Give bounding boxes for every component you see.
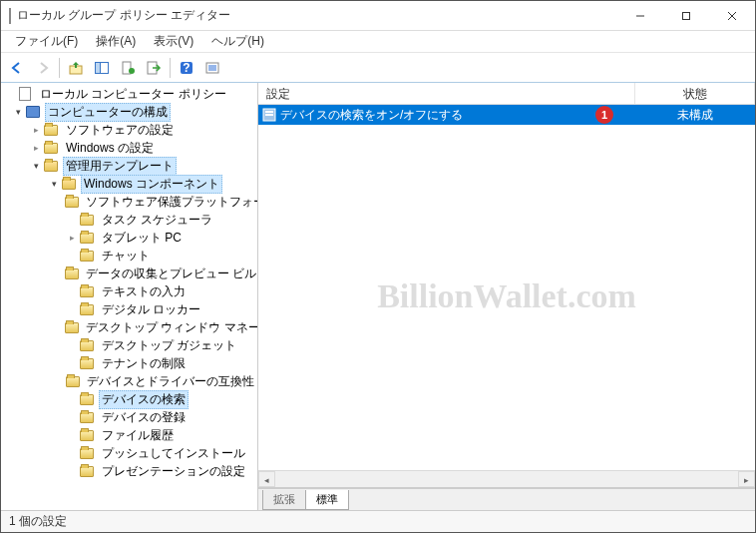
properties-button[interactable] [116,56,140,80]
up-level-button[interactable] [64,56,88,80]
tree-item-label[interactable]: チャット [99,248,153,265]
folder-icon [79,301,95,317]
details-pane: 設定 状態 デバイスの検索をオン/オフにする 1 未構成 ◂ ▸ [258,83,755,510]
maximize-button[interactable] [663,1,709,31]
toolbar: ? [1,53,755,83]
tree-item-label[interactable]: デジタル ロッカー [99,301,203,318]
nav-back-button[interactable] [5,56,29,80]
list-header: 設定 状態 [258,83,755,105]
status-bar: 1 個の設定 [1,510,755,532]
tree-item[interactable]: プレゼンテーションの設定 [3,462,257,480]
minimize-button[interactable] [617,1,663,31]
tree-scroll[interactable]: ローカル コンピューター ポリシー コンピューターの構成 ソフトウェアの設定 W… [1,83,257,510]
folder-icon [79,248,95,264]
folder-icon [79,463,95,479]
tree-item-label[interactable]: テキストの入力 [99,283,189,300]
menu-action[interactable]: 操作(A) [88,31,144,52]
tree-item-label[interactable]: デスクトップ ウィンドウ マネージ [83,319,257,336]
tree-item[interactable]: デスクトップ ガジェット [3,336,257,354]
column-header-setting[interactable]: 設定 [258,83,635,104]
tree-item-label[interactable]: タブレット PC [99,230,185,247]
folder-icon [65,266,79,281]
tab-extended[interactable]: 拡張 [262,490,306,510]
menu-view[interactable]: 表示(V) [146,31,201,52]
folder-icon [79,283,95,299]
policy-root-icon [17,86,33,102]
tree-item[interactable]: ファイル履歴 [3,426,257,444]
folder-icon [79,212,95,228]
tree-item-label[interactable]: データの収集とプレビュー ビル [83,266,257,282]
window-title: ローカル グループ ポリシー エディター [9,7,617,24]
window-title-text: ローカル グループ ポリシー エディター [17,7,230,24]
menu-file[interactable]: ファイル(F) [7,31,86,52]
folder-icon [65,194,79,210]
tree-root[interactable]: ローカル コンピューター ポリシー [37,86,229,103]
gpedit-window: ローカル グループ ポリシー エディター ファイル(F) 操作(A) 表示(V)… [0,0,756,533]
expand-toggle-icon[interactable] [29,161,43,171]
tree-item[interactable]: タブレット PC [3,229,257,247]
tree-item[interactable]: デバイスの登録 [3,408,257,426]
tree-item-label[interactable]: デバイスの検索 [99,390,189,409]
menu-help[interactable]: ヘルプ(H) [203,31,272,52]
tree-item-label[interactable]: タスク スケジューラ [99,212,215,229]
expand-toggle-icon[interactable] [65,233,79,243]
svg-rect-17 [265,111,273,113]
toolbar-separator-2 [170,58,171,78]
expand-toggle-icon[interactable] [11,107,25,117]
expand-toggle-icon[interactable] [29,125,43,135]
tree-item-label[interactable]: デバイスとドライバーの互換性 [84,373,257,390]
tab-standard[interactable]: 標準 [305,490,349,510]
help-button[interactable]: ? [175,56,198,80]
tree-item[interactable]: デスクトップ ウィンドウ マネージ [3,318,257,336]
svg-rect-1 [683,12,690,19]
filter-button[interactable] [200,56,224,80]
tree-software-settings[interactable]: ソフトウェアの設定 [63,122,177,139]
setting-state: 未構成 [635,107,755,124]
title-bar[interactable]: ローカル グループ ポリシー エディター [1,1,755,31]
tree-item-label[interactable]: プッシュしてインストール [99,445,248,462]
status-text: 1 個の設定 [9,513,67,530]
toolbar-separator [59,58,60,78]
tree-admin-templates[interactable]: 管理用テンプレート [63,157,177,176]
column-header-state[interactable]: 状態 [635,83,755,104]
scroll-left-icon[interactable]: ◂ [258,471,275,487]
export-list-button[interactable] [142,56,166,80]
nav-forward-button[interactable] [31,56,55,80]
horizontal-scrollbar[interactable]: ◂ ▸ [258,470,755,487]
tree-item[interactable]: テキストの入力 [3,282,257,300]
scroll-right-icon[interactable]: ▸ [738,471,755,487]
tree-item-label[interactable]: プレゼンテーションの設定 [99,463,248,480]
tree-item[interactable]: タスク スケジューラ [3,211,257,229]
tree-pane: ローカル コンピューター ポリシー コンピューターの構成 ソフトウェアの設定 W… [1,83,258,510]
tree-computer-config[interactable]: コンピューターの構成 [45,103,171,122]
folder-icon [65,319,79,335]
show-hide-tree-button[interactable] [90,56,114,80]
folder-icon [66,373,80,389]
folder-icon [79,230,95,246]
tree-item[interactable]: デバイスとドライバーの互換性 [3,372,257,390]
tree-item[interactable]: データの収集とプレビュー ビル [3,265,257,282]
tree-item-label[interactable]: テナントの制限 [99,355,189,372]
tree-item[interactable]: プッシュしてインストール [3,444,257,462]
tree-item[interactable]: デジタル ロッカー [3,300,257,318]
content-area: ローカル コンピューター ポリシー コンピューターの構成 ソフトウェアの設定 W… [1,83,755,510]
folder-icon [43,140,59,156]
folder-icon [79,427,95,443]
tree-item[interactable]: ソフトウェア保護プラットフォーム [3,193,257,211]
expand-toggle-icon[interactable] [47,179,61,189]
tree-windows-settings[interactable]: Windows の設定 [63,140,157,157]
tree-item-label[interactable]: デバイスの登録 [99,409,189,426]
expand-toggle-icon[interactable] [29,143,43,153]
view-tabs: 拡張 標準 [258,488,755,510]
tree-item[interactable]: テナントの制限 [3,354,257,372]
tree-item[interactable]: デバイスの検索 [3,390,257,408]
menu-bar: ファイル(F) 操作(A) 表示(V) ヘルプ(H) [1,31,755,53]
tree-windows-components[interactable]: Windows コンポーネント [81,175,222,194]
tree-item-label[interactable]: ファイル履歴 [99,427,177,444]
settings-row-selected[interactable]: デバイスの検索をオン/オフにする 1 未構成 [258,105,755,125]
close-button[interactable] [709,1,755,31]
tree-item[interactable]: チャット [3,247,257,265]
tree-item-label[interactable]: ソフトウェア保護プラットフォーム [83,194,257,211]
tree-item-label[interactable]: デスクトップ ガジェット [99,337,239,354]
folder-icon [79,391,95,407]
